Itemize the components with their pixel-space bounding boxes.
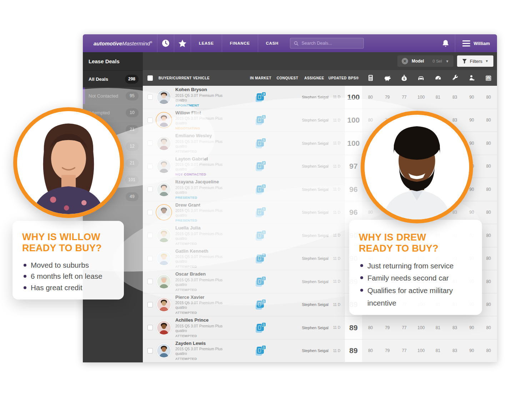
buyer-name[interactable]: Kohen Bryson	[175, 87, 227, 93]
notifications-button[interactable]	[437, 34, 455, 52]
tab-finance[interactable]: FINANCE	[222, 34, 258, 52]
in-market-badge[interactable]: 1	[257, 208, 265, 216]
filters-button[interactable]: Filters ▼	[457, 55, 493, 67]
avatar[interactable]	[157, 229, 171, 242]
col-conquest[interactable]: CONQUEST	[275, 76, 300, 80]
in-market-badge[interactable]: 2	[257, 162, 265, 170]
car-icon[interactable]	[413, 74, 430, 81]
row-checkbox[interactable]	[147, 348, 153, 353]
in-market-badge[interactable]: 1	[257, 347, 265, 355]
model-filter-chip[interactable]: ✕ Model 0 Sel ▼	[397, 55, 453, 67]
bps-score: 97	[345, 155, 362, 178]
avatar[interactable]	[157, 344, 171, 357]
in-market-badge[interactable]: 1	[257, 254, 265, 262]
row-checkbox[interactable]	[147, 233, 153, 238]
row-checkbox[interactable]	[147, 94, 153, 100]
table-row[interactable]: Achilles Prince2015 Q5 3.0T Premium Plus…	[143, 316, 497, 340]
buyer-name[interactable]: Itzayana Jacqueline	[175, 179, 227, 185]
updated: 11 D	[328, 118, 345, 122]
score-cell: 80	[480, 302, 497, 307]
calendar-icon[interactable]: 11	[480, 74, 497, 81]
status-badge: ATTEMPTED	[175, 242, 227, 246]
buyer-name[interactable]: Emiliano Wesley	[175, 133, 227, 139]
row-checkbox[interactable]	[147, 118, 153, 123]
bps-score: 100	[345, 86, 362, 109]
buyer-name[interactable]: Achilles Prince	[175, 317, 227, 323]
sidebar-item-count: 12	[126, 142, 139, 151]
user-menu[interactable]: William	[455, 34, 497, 52]
loyalty-icon[interactable]	[463, 74, 480, 81]
buyer-name[interactable]: Zayden Lewis	[175, 341, 227, 346]
brand-logo[interactable]: automotiveMastermind®	[83, 34, 157, 52]
sidebar-item-all-deals[interactable]: All Deals298	[83, 71, 143, 88]
sidebar-item-count: 298	[125, 75, 139, 84]
row-checkbox[interactable]	[147, 256, 153, 261]
tab-cash[interactable]: CASH	[258, 34, 286, 52]
in-market-badge[interactable]: 1	[257, 116, 265, 124]
gauge-icon[interactable]	[430, 74, 446, 81]
updated: 11 D	[328, 326, 345, 330]
assignee: Stephen Seigal	[300, 210, 328, 214]
table-row[interactable]: Zayden Lewis2015 Q5 3.0T Premium Plus qu…	[143, 340, 497, 363]
avatar[interactable]	[157, 113, 171, 127]
row-checkbox[interactable]	[147, 210, 153, 215]
score-cell: 77	[396, 95, 413, 100]
row-checkbox[interactable]	[147, 140, 153, 146]
search-input[interactable]	[301, 41, 360, 46]
in-market-badge[interactable]: 1	[257, 278, 265, 286]
buyer-name[interactable]: Pierce Xavier	[175, 294, 227, 300]
money-bag-icon[interactable]: $	[396, 74, 413, 81]
avatar[interactable]	[157, 298, 171, 311]
in-market-badge[interactable]: 1	[257, 324, 265, 332]
avatar[interactable]	[157, 275, 171, 288]
in-market-badge[interactable]: 3	[257, 93, 265, 101]
buyer-name[interactable]: Gatlin Kenneth	[175, 248, 227, 254]
bps-score: 89	[345, 316, 362, 339]
row-checkbox[interactable]	[147, 302, 153, 307]
row-checkbox[interactable]	[147, 325, 153, 330]
col-in-market[interactable]: IN MARKET	[246, 76, 275, 80]
col-bps[interactable]: BPS®	[345, 76, 362, 80]
col-buyer[interactable]: BUYER/CURRENT VEHICLE	[157, 76, 246, 80]
avatar[interactable]	[157, 206, 171, 219]
in-market-badge[interactable]: 1	[257, 185, 265, 193]
in-market-count: 1	[262, 207, 266, 211]
remove-filter-icon[interactable]: ✕	[402, 58, 408, 64]
avatar[interactable]	[157, 159, 171, 173]
table-row[interactable]: Kohen Bryson2015 Q5 3.0T Premium Plus qu…	[143, 86, 497, 109]
avatar[interactable]	[157, 252, 171, 265]
buyer-name[interactable]: Luella Julia	[175, 225, 227, 231]
buyer-name[interactable]: Oscar Braden	[175, 271, 227, 277]
in-market-badge[interactable]: 1	[257, 232, 265, 239]
status-badge: APOINTMENT	[175, 103, 227, 107]
piggy-bank-icon[interactable]	[379, 74, 396, 81]
sidebar-item-not-contacted[interactable]: Not Contacted95	[83, 88, 143, 104]
in-market-badge[interactable]: 1	[257, 139, 265, 147]
in-market-count: 1	[262, 138, 266, 142]
avatar[interactable]	[157, 137, 171, 150]
in-market-count: 2	[262, 161, 266, 165]
calculator-icon[interactable]	[362, 74, 379, 81]
row-checkbox[interactable]	[147, 187, 153, 192]
recent-activity-button[interactable]	[157, 34, 174, 52]
select-all-checkbox[interactable]	[147, 75, 153, 81]
buyer-name[interactable]: Drew Grant	[175, 202, 227, 208]
current-vehicle: 2015 Q5 3.0T Premium Plus quattro	[175, 162, 227, 172]
col-assignee[interactable]: ASSIGNEE	[300, 76, 328, 80]
metric-scores: 80797710081839080	[362, 340, 497, 362]
model-chip-selection: 0 Sel	[433, 59, 442, 63]
avatar[interactable]	[157, 90, 171, 104]
avatar[interactable]	[157, 321, 171, 335]
in-market-badge[interactable]: 1	[257, 301, 265, 308]
tab-lease[interactable]: LEASE	[191, 34, 222, 52]
bullet-item: Has great credit	[22, 282, 115, 293]
wrench-icon[interactable]	[446, 74, 463, 81]
row-checkbox[interactable]	[147, 279, 153, 284]
buyer-name[interactable]: Willow Flint	[175, 110, 227, 116]
buyer-name[interactable]: Layton Gabriel	[175, 156, 227, 162]
favorites-button[interactable]	[174, 34, 191, 52]
avatar[interactable]	[157, 183, 171, 196]
bps-score: 100	[345, 109, 362, 132]
col-updated[interactable]: UPDATED	[328, 76, 345, 80]
row-checkbox[interactable]	[147, 164, 153, 169]
